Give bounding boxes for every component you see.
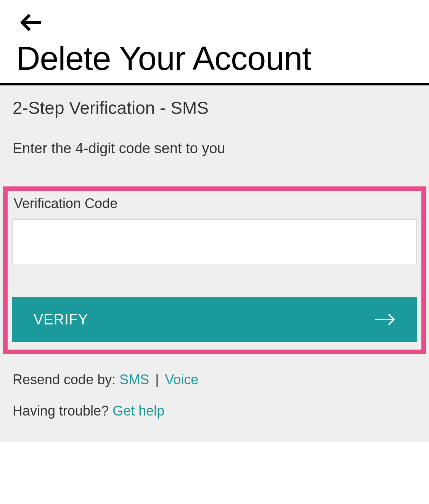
header: Delete Your Account	[0, 0, 429, 85]
verify-button-label: VERIFY	[34, 311, 88, 328]
instruction-text: Enter the 4-digit code sent to you	[0, 140, 429, 157]
arrow-right-icon	[375, 313, 395, 326]
verify-button[interactable]: VERIFY	[12, 297, 417, 342]
trouble-prefix: Having trouble?	[13, 403, 112, 419]
trouble-line: Having trouble? Get help	[0, 403, 429, 419]
verification-subtitle: 2-Step Verification - SMS	[0, 98, 429, 118]
verification-form-highlight: Verification Code VERIFY	[3, 186, 426, 354]
get-help-link[interactable]: Get help	[112, 403, 164, 419]
resend-line: Resend code by: SMS | Voice	[0, 372, 429, 388]
back-button[interactable]	[16, 11, 47, 39]
resend-prefix: Resend code by:	[13, 372, 119, 387]
content-area: 2-Step Verification - SMS Enter the 4-di…	[0, 85, 429, 442]
verification-code-input[interactable]	[12, 219, 417, 264]
resend-sms-link[interactable]: SMS	[119, 372, 149, 387]
resend-voice-link[interactable]: Voice	[165, 372, 199, 387]
arrow-left-icon	[21, 13, 42, 32]
verification-code-label: Verification Code	[12, 196, 417, 212]
resend-divider: |	[149, 372, 165, 387]
page-title: Delete Your Account	[16, 42, 413, 75]
